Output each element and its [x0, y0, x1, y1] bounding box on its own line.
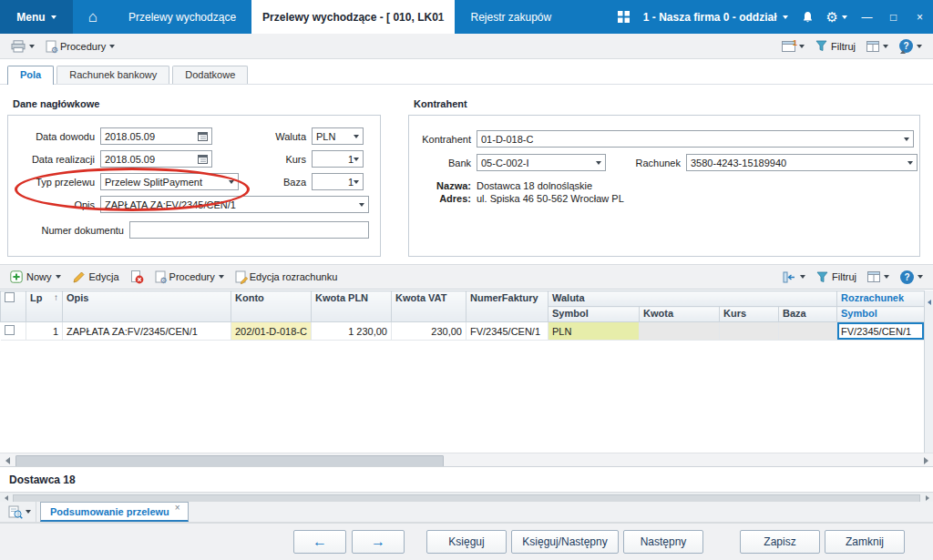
edycja-rozrachunku-button[interactable]: Edycja rozrachunku: [230, 267, 343, 287]
cell-konto[interactable]: 202/01-D-018-C: [231, 322, 312, 341]
grid-procedury-button[interactable]: ⚙ Procedury: [149, 267, 230, 287]
rachunek-select[interactable]: 3580-4243-15189940: [686, 154, 918, 171]
row-checkbox[interactable]: [5, 325, 15, 335]
col-header-waluta-kwota[interactable]: Kwota: [640, 307, 720, 322]
col-header-rozrachunek-symbol[interactable]: Symbol: [837, 307, 924, 322]
window-tab-rejestr-zakupow[interactable]: Rejestr zakupów: [455, 0, 567, 34]
cell-rozrachunek-symbol[interactable]: FV/2345/CEN/1: [837, 322, 924, 341]
scroll-right-button[interactable]: [918, 453, 933, 467]
open-windows-button[interactable]: 1: [776, 36, 810, 56]
grid-toolbar: Nowy Edycja ⚙ Procedury: [0, 264, 933, 290]
summary-view-button[interactable]: [4, 502, 36, 522]
previous-record-button[interactable]: ←: [293, 530, 346, 554]
col-header-waluta-symbol[interactable]: Symbol: [549, 307, 640, 322]
cell-lp[interactable]: 1: [26, 322, 63, 341]
edycja-button[interactable]: Edycja: [67, 267, 125, 287]
chevron-down-icon: [354, 158, 359, 161]
nowy-button[interactable]: Nowy: [5, 267, 67, 287]
col-header-opis[interactable]: Opis: [63, 291, 231, 322]
col-group-rozrachunek[interactable]: Rozrachunek: [837, 291, 924, 307]
scroll-left-button[interactable]: [0, 453, 15, 467]
ksieguj-nastepny-button[interactable]: Księguj/Następny: [511, 530, 619, 554]
adres-value: ul. Spiska 46 50-562 Wrocław PL: [477, 193, 624, 204]
col-header-numer-faktury[interactable]: NumerFaktury: [466, 291, 549, 322]
cell-waluta-kurs[interactable]: [720, 322, 779, 341]
cell-numer-faktury[interactable]: FV/2345/CEN/1: [466, 322, 549, 341]
waluta-label: Waluta: [212, 131, 312, 142]
calendar-icon[interactable]: [198, 131, 208, 141]
home-button[interactable]: ⌂: [73, 0, 113, 34]
cell-kwota-pln[interactable]: 1 230,00: [312, 322, 392, 341]
collapse-ribbon-icon[interactable]: [900, 50, 906, 54]
data-dowodu-input[interactable]: 2018.05.09: [100, 127, 212, 145]
col-header-waluta-kurs[interactable]: Kurs: [720, 307, 779, 322]
chevron-down-icon: [29, 45, 35, 48]
col-header-lp[interactable]: Lp↑: [26, 291, 63, 322]
grid-filtruj-button[interactable]: Filtruj: [811, 267, 862, 287]
close-tab-icon[interactable]: ×: [175, 503, 180, 513]
cell-waluta-symbol[interactable]: PLN: [549, 322, 640, 341]
cell-waluta-baza[interactable]: [779, 322, 837, 341]
col-group-waluta[interactable]: Waluta: [549, 291, 837, 307]
bank-select[interactable]: 05-C-002-I: [477, 154, 606, 171]
col-header-konto[interactable]: Konto: [231, 291, 312, 322]
col-header-kwota-vat[interactable]: Kwota VAT: [392, 291, 466, 322]
col-label: Kurs: [723, 308, 746, 319]
menu-button[interactable]: Menu: [0, 0, 73, 34]
settings-button[interactable]: ⚙: [820, 0, 854, 34]
select-all-checkbox[interactable]: [5, 292, 15, 302]
tab-podsumowanie-przelewu[interactable]: Podsumowanie przelewu ×: [40, 502, 189, 522]
numer-dokumentu-input[interactable]: [129, 221, 369, 239]
close-button[interactable]: ×: [907, 0, 933, 34]
help-button[interactable]: ?: [894, 36, 928, 56]
zamknij-button[interactable]: Zamknij: [825, 530, 905, 554]
form-tabstrip: Pola Rachunek bankowy Dodatkowe: [0, 59, 933, 85]
window-tab-przelewy[interactable]: Przelewy wychodzące: [113, 0, 251, 34]
positions-grid: Lp↑ Opis Konto Kwota PLN Kwota VAT Numer…: [0, 290, 924, 453]
procedury-button[interactable]: ⚙ Procedury: [40, 36, 120, 56]
next-record-button[interactable]: →: [352, 530, 405, 554]
minimize-button[interactable]: —: [854, 0, 880, 34]
filtruj-button[interactable]: Filtruj: [810, 36, 861, 56]
data-realizacji-input[interactable]: 2018.05.09: [100, 150, 212, 168]
tab-pola[interactable]: Pola: [7, 66, 54, 85]
typ-przelewu-select[interactable]: Przelew SplitPayment: [100, 173, 239, 190]
cell-waluta-kwota[interactable]: [640, 322, 720, 341]
tab-rachunek-bankowy[interactable]: Rachunek bankowy: [56, 66, 169, 84]
layout-button[interactable]: [861, 36, 894, 56]
waluta-value: PLN: [316, 131, 354, 142]
opis-select[interactable]: ZAPŁATA ZA:FV/2345/CEN/1: [100, 196, 369, 213]
ksieguj-button[interactable]: Księguj: [426, 530, 507, 554]
maximize-button[interactable]: □: [880, 0, 907, 34]
kontrahent-select[interactable]: 01-D-018-C: [477, 130, 914, 148]
cell-kwota-vat[interactable]: 230,00: [392, 322, 466, 341]
notifications-button[interactable]: [795, 0, 820, 34]
col-header-kwota-pln[interactable]: Kwota PLN: [312, 291, 392, 322]
apps-grid-button[interactable]: [611, 0, 636, 34]
collapse-panel-strip[interactable]: [924, 290, 933, 453]
col-header-waluta-baza[interactable]: Baza: [779, 307, 837, 322]
procedures-icon: ⚙: [46, 40, 56, 53]
kurs-input[interactable]: 1: [312, 150, 364, 168]
usun-button[interactable]: [125, 267, 149, 287]
nastepny-button[interactable]: Następny: [623, 530, 703, 554]
grid-hscrollbar[interactable]: [0, 453, 933, 467]
tab-dodatkowe[interactable]: Dodatkowe: [172, 66, 248, 84]
grid-layout-button[interactable]: [862, 267, 895, 287]
kurs-value: 1: [316, 154, 354, 165]
dock-panel-button[interactable]: [777, 267, 811, 287]
arrow-right-icon: →: [371, 535, 385, 549]
window-tab-przelewy-active[interactable]: Przelewy wychodzące - [ 010, LK01: [251, 0, 455, 34]
edit-document-icon: [235, 270, 246, 283]
cell-opis[interactable]: ZAPŁATA ZA:FV/2345/CEN/1: [63, 322, 231, 341]
print-button[interactable]: [5, 36, 40, 56]
baza-input[interactable]: 1: [312, 173, 364, 190]
chevron-left-icon: [928, 300, 931, 305]
zapisz-button[interactable]: Zapisz: [740, 530, 820, 554]
table-row[interactable]: 1 ZAPŁATA ZA:FV/2345/CEN/1 202/01-D-018-…: [1, 322, 925, 341]
col-label: Waluta: [552, 292, 585, 303]
waluta-select[interactable]: PLN: [312, 127, 364, 145]
calendar-icon[interactable]: [198, 154, 208, 164]
grid-help-button[interactable]: ?: [895, 267, 928, 287]
company-selector[interactable]: 1 - Nasza firma 0 - oddział: [636, 0, 795, 34]
